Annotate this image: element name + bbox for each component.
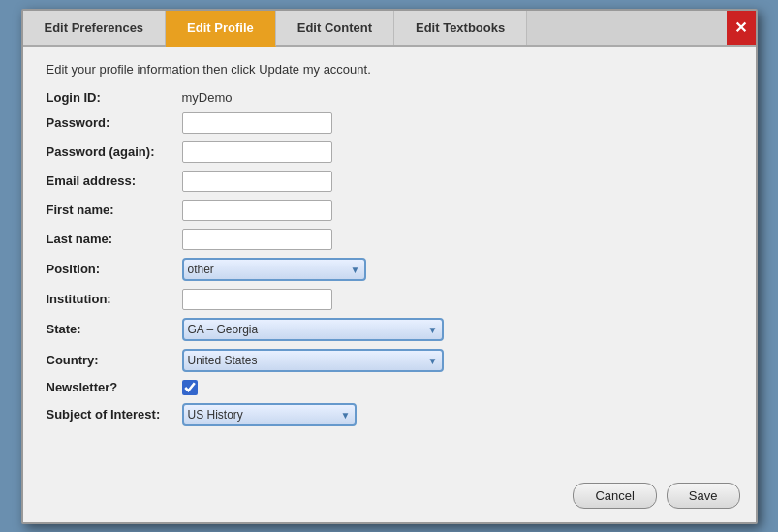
password-label: Password: bbox=[47, 115, 182, 130]
tab-edit-textbooks[interactable]: Edit Textbooks bbox=[394, 11, 527, 45]
newsletter-checkbox[interactable] bbox=[182, 380, 198, 395]
email-input[interactable] bbox=[182, 171, 332, 192]
login-id-label: Login ID: bbox=[47, 90, 182, 105]
modal-footer: Cancel Save bbox=[23, 473, 756, 522]
newsletter-row: Newsletter? bbox=[47, 380, 732, 395]
position-label: Position: bbox=[47, 262, 182, 276]
tab-edit-profile[interactable]: Edit Profile bbox=[166, 11, 276, 47]
tab-edit-preferences[interactable]: Edit Preferences bbox=[23, 11, 167, 45]
close-button[interactable]: ✕ bbox=[727, 11, 756, 45]
subject-select[interactable]: US History World History Science Math En… bbox=[182, 403, 357, 426]
password-again-input[interactable] bbox=[182, 141, 332, 163]
first-name-input[interactable] bbox=[182, 200, 332, 221]
state-select[interactable]: GA – Georgia AL – Alabama AK – Alaska AZ… bbox=[182, 318, 444, 341]
password-again-row: Password (again): bbox=[47, 141, 732, 163]
subject-row: Subject of Interest: US History World Hi… bbox=[47, 403, 732, 426]
last-name-row: Last name: bbox=[47, 229, 732, 250]
country-label: Country: bbox=[47, 353, 182, 367]
last-name-input[interactable] bbox=[182, 229, 332, 250]
state-row: State: GA – Georgia AL – Alabama AK – Al… bbox=[47, 318, 732, 341]
password-row: Password: bbox=[47, 112, 732, 134]
country-select-wrapper: United States Canada United Kingdom Aust… bbox=[182, 349, 444, 372]
subject-select-wrapper: US History World History Science Math En… bbox=[182, 403, 357, 426]
email-label: Email address: bbox=[47, 173, 182, 188]
save-button[interactable]: Save bbox=[667, 483, 740, 509]
country-select[interactable]: United States Canada United Kingdom Aust… bbox=[182, 349, 444, 372]
modal-content: Edit your profile information then click… bbox=[23, 47, 756, 473]
country-row: Country: United States Canada United Kin… bbox=[47, 349, 732, 372]
state-label: State: bbox=[47, 322, 182, 336]
newsletter-label: Newsletter? bbox=[47, 380, 182, 394]
position-row: Position: other teacher student administ… bbox=[47, 258, 732, 281]
intro-text: Edit your profile information then click… bbox=[47, 62, 732, 77]
modal-dialog: Edit Preferences Edit Profile Edit Conte… bbox=[21, 9, 758, 524]
email-row: Email address: bbox=[47, 171, 732, 192]
position-select[interactable]: other teacher student administrator pare… bbox=[182, 258, 366, 281]
first-name-row: First name: bbox=[47, 200, 732, 221]
position-select-wrapper: other teacher student administrator pare… bbox=[182, 258, 366, 281]
state-select-wrapper: GA – Georgia AL – Alabama AK – Alaska AZ… bbox=[182, 318, 444, 341]
password-again-label: Password (again): bbox=[47, 144, 182, 159]
institution-label: Institution: bbox=[47, 292, 182, 306]
institution-input[interactable] bbox=[182, 289, 332, 310]
cancel-button[interactable]: Cancel bbox=[573, 483, 656, 509]
password-input[interactable] bbox=[182, 112, 332, 134]
last-name-label: Last name: bbox=[47, 232, 182, 246]
tab-bar: Edit Preferences Edit Profile Edit Conte… bbox=[23, 11, 756, 47]
first-name-label: First name: bbox=[47, 203, 182, 217]
subject-label: Subject of Interest: bbox=[47, 407, 182, 422]
institution-row: Institution: bbox=[47, 289, 732, 310]
tab-edit-content[interactable]: Edit Content bbox=[276, 11, 394, 45]
login-id-row: Login ID: myDemo bbox=[47, 90, 732, 105]
login-id-value: myDemo bbox=[182, 90, 233, 105]
